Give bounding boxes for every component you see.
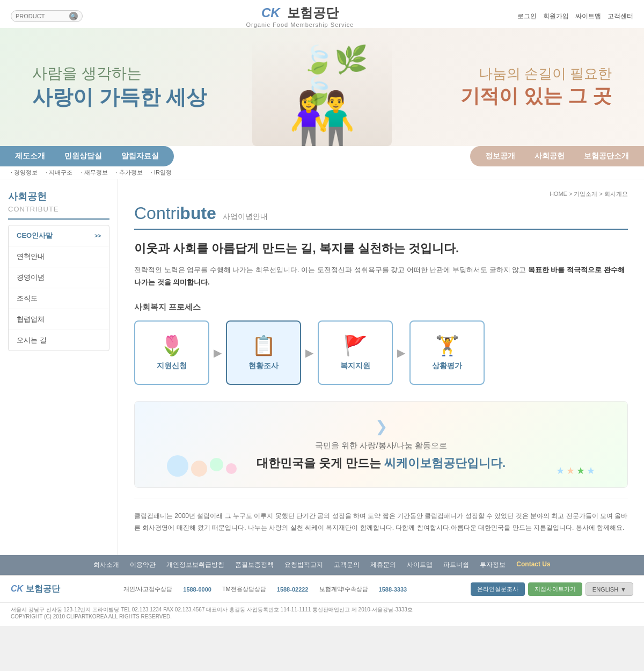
sub-nav-item-4[interactable]: IR일정 [151,169,172,176]
header-nav-right: 로그인 회원가입 싸이트맵 고객센터 [517,12,633,21]
sidebar-menu-item-5[interactable]: 오시는 길 [9,330,109,351]
deco-arrow-down: ❯ [375,418,387,435]
sidebar-menu-item-3[interactable]: 조직도 [9,288,109,309]
footer-nav-8[interactable]: 파트너쉽 [443,560,469,570]
nav-signup[interactable]: 회원가입 [543,12,569,21]
search-input[interactable] [16,13,69,19]
main-headline: 이웃과 사회를 아름답게 만드는 길, 복지를 실천하는 것입니다. [134,240,628,257]
nav-sitemap[interactable]: 싸이트맵 [575,12,601,21]
footer-nav-0[interactable]: 회사소개 [93,560,119,570]
header: 🔍 CK 보험공단 Organic Food Membership Servic… [0,0,644,28]
footer-nav-1[interactable]: 이용약관 [130,560,156,570]
process-step-3: 🏋 상황평가 [409,320,485,385]
process-arrow-1: ▶ [305,346,313,359]
banner-left-text: 사람을 생각하는 사랑이 가득한 세상 [32,63,207,111]
sub-nav-item-1[interactable]: 지배구조 [46,169,72,176]
sidebar-menu-item-1[interactable]: 연혁안내 [9,246,109,267]
footer-contact-2-tel: 1588-3333 [379,586,407,593]
process-step-2: 🚩 복지지원 [318,320,393,385]
deco-circles [167,455,237,477]
process-step-0: 🌷 지원신청 [134,320,209,385]
footer-nav-9[interactable]: 투자정보 [480,560,506,570]
banner-left-line2: 사랑이 가득한 세상 [32,84,207,111]
main-content: HOME > 기업소개 > 회사개요 Contribute 사업이념안내 이웃과… [118,179,644,555]
search-button[interactable]: 🔍 [69,12,78,20]
sub-nav-item-0[interactable]: 경영정보 [11,169,38,176]
nav-right-item-2[interactable]: 보험공단소개 [574,146,639,166]
sub-nav-item-3[interactable]: 추가정보 [116,169,143,176]
logo-ck: CK [261,5,280,20]
footer-bottom: CK 보험공단 개인/사고접수상담 1588-0000 TM전용상담상담 158… [0,575,644,602]
footer-nav-contact[interactable]: Contact Us [516,560,550,570]
footer-contact-1-label: TM전용상담상담 [222,585,266,593]
sidebar-menu-item-2[interactable]: 경영이념 [9,267,109,288]
footer-nav: 회사소개 이용약관 개인정보보취급방침 품질보증정책 요청법적고지 고객문의 제… [0,555,644,575]
search-bar[interactable]: 🔍 [11,10,83,22]
step-label-1: 현황조사 [248,361,279,371]
deco-circle-3 [226,463,237,474]
footer-contact-1-tel: 1588-02222 [277,586,309,593]
footer-nav-6[interactable]: 제휴문의 [370,560,396,570]
main-nav: 제도소개 민원상담실 알림자료실 정보공개 사회공헌 보험공단소개 [0,146,644,166]
logo: CK 보험공단 Organic Food Membership Service [83,4,517,28]
footer-nav-4[interactable]: 요청법적고지 [284,560,323,570]
nav-left-item-2[interactable]: 알림자료실 [112,146,169,166]
footer-nav-5[interactable]: 고객문의 [334,560,360,570]
footer-btn-english[interactable]: ENGLISH ▼ [586,582,633,596]
footer-contacts: 개인/사고접수상담 1588-0000 TM전용상담상담 1588-02222 … [123,585,407,593]
nav-login[interactable]: 로그인 [517,12,537,21]
footer-contact-0-tel: 1588-0000 [183,586,211,593]
sidebar-menu-item-0[interactable]: CEO인사말 >> [9,225,109,246]
page-title-ko: 사업이념안내 [223,212,268,222]
sidebar-title-en: CONTRIBUTE [8,205,109,213]
deco-stars: ★ ★ ★ ★ [556,465,595,477]
breadcrumb: HOME > 기업소개 > 회사개요 [134,190,628,198]
sidebar-menu-item-4[interactable]: 협렵업체 [9,309,109,330]
bottom-banner: ❯ 국민을 위한 사랑/봉사/나눔 활동으로 대한민국을 웃게 만드는 씨케이보… [134,401,628,488]
footer-btn-survey[interactable]: 온라인설문조사 [471,582,525,596]
page-title-en: Contribute [134,203,216,223]
dropdown-icon: ▼ [620,586,626,593]
nav-spacer [174,146,470,166]
footer-btns: 온라인설문조사 지점사이트가기 ENGLISH ▼ [471,582,633,596]
nav-left-item-1[interactable]: 민원상담실 [55,146,112,166]
footer-logo: CK 보험공단 [11,584,60,595]
process-steps: 🌷 지원신청 ▶ 📋 현황조사 ▶ 🚩 복지지원 ▶ 🏋 상황평가 [134,320,628,385]
main-desc-text: 전략적인 노력은 업무를 수행해 나가는 최우선입니다. 이는 도전정신과 성취… [134,266,526,274]
footer-nav-2[interactable]: 개인정보보취급방침 [166,560,224,570]
deco-circle-0 [167,455,188,477]
nav-right-item-0[interactable]: 정보공개 [475,146,525,166]
sidebar-menu: CEO인사말 >> 연혁안내 경영이념 조직도 협렵업체 오시는 길 [8,225,109,351]
banner: 사람을 생각하는 사랑이 가득한 세상 🍃🌿🍃 👫 나눔의 손길이 필요한 기적… [0,28,644,146]
footer-address: 서울시 강남구 신사동 123-12번지 프라이빌딩 TEL 02.123.12… [0,602,644,626]
header-top: 🔍 CK 보험공단 Organic Food Membership Servic… [0,0,644,28]
leaves-decoration: 🍃🌿🍃 [301,44,371,106]
banner-right-line1: 나눔의 손길이 필요한 [460,64,612,83]
footer-btn-branch[interactable]: 지점사이트가기 [528,582,582,596]
sub-nav-item-2[interactable]: 재무정보 [80,169,107,176]
search-icon: 🔍 [70,13,77,19]
step-label-0: 지원신청 [157,361,187,371]
footer-nav-3[interactable]: 품질보증정책 [235,560,274,570]
footer-nav-7[interactable]: 사이트맵 [407,560,433,570]
sidebar-title: 사회공헌 [8,190,109,203]
banner-right-line2: 기적이 있는 그 곳 [460,83,612,110]
nav-left: 제도소개 민원상담실 알림자료실 [0,146,174,166]
nav-left-item-0[interactable]: 제도소개 [5,146,55,166]
nav-right-item-1[interactable]: 사회공헌 [525,146,574,166]
process-arrow-2: ▶ [397,346,405,359]
process-title: 사회복지 프로세스 [134,302,628,312]
nav-right: 정보공개 사회공헌 보험공단소개 [470,146,644,166]
banner-left-line1: 사람을 생각하는 [32,63,207,84]
logo-subtitle: Organic Food Membership Service [83,21,517,28]
bottom-banner-line1: 국민을 위한 사랑/봉사/나눔 활동으로 [315,441,447,451]
banner-right-text: 나눔의 손길이 필요한 기적이 있는 그 곳 [460,64,612,110]
nav-support[interactable]: 고객센터 [608,12,633,21]
star-3: ★ [587,465,595,477]
sidebar: 사회공헌 CONTRIBUTE CEO인사말 >> 연혁안내 경영이념 조직도 … [0,179,118,555]
logo-ko: 보험공단 [287,5,339,20]
step-icon-3: 🏋 [435,334,459,357]
step-icon-0: 🌷 [160,334,184,357]
step-icon-1: 📋 [252,334,276,357]
footer-contact-0-label: 개인/사고접수상담 [123,585,172,593]
